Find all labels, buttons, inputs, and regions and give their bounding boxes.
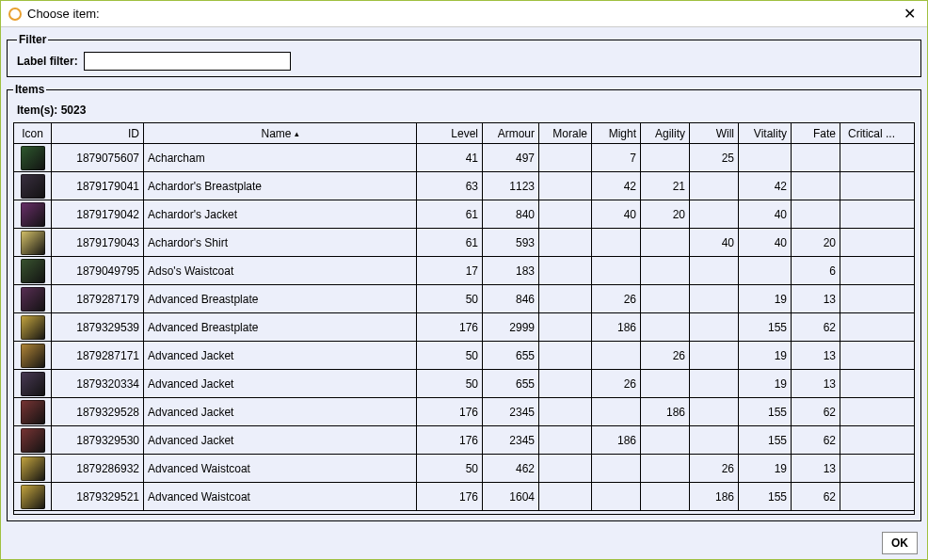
cell-might: 40: [592, 200, 641, 228]
window-title: Choose item:: [27, 7, 900, 21]
table-row[interactable]: 1879179042Achardor's Jacket61840402040: [14, 200, 914, 229]
cell-fate: 13: [792, 370, 840, 397]
cell-icon: [14, 144, 52, 171]
col-might[interactable]: Might: [592, 123, 641, 143]
table-row[interactable]: 1879287179Advanced Breastplate5084626191…: [14, 285, 914, 313]
titlebar: Choose item: ✕: [1, 1, 927, 27]
cell-fate: 62: [792, 313, 840, 341]
close-icon[interactable]: ✕: [900, 5, 920, 23]
col-id[interactable]: ID: [52, 123, 144, 143]
cell-agility: [641, 257, 690, 284]
cell-name: Advanced Breastplate: [144, 313, 417, 341]
col-icon[interactable]: Icon: [14, 123, 52, 143]
table-row[interactable]: 1879329528Advanced Jacket176234518615562: [14, 398, 914, 426]
ok-button[interactable]: OK: [882, 532, 918, 554]
cell-critical: [840, 285, 899, 312]
item-icon: [21, 372, 45, 396]
cell-icon: [14, 483, 52, 510]
cell-level: 50: [417, 342, 483, 369]
items-legend: Items: [13, 83, 46, 96]
items-table: Icon ID Name ▴ Level Armour Morale Might…: [13, 122, 915, 515]
footer: OK: [1, 527, 927, 559]
cell-level: 61: [417, 200, 483, 228]
table-row[interactable]: 1879179041Achardor's Breastplate63112342…: [14, 172, 914, 200]
cell-vitality: 42: [739, 172, 792, 200]
cell-fate: [792, 200, 840, 228]
cell-morale: [539, 229, 592, 256]
cell-might: [592, 342, 641, 369]
label-filter-input[interactable]: [84, 52, 291, 71]
cell-might: [592, 398, 641, 425]
cell-agility: [641, 426, 690, 454]
cell-level: 176: [417, 426, 483, 454]
item-icon: [21, 146, 45, 170]
cell-agility: 21: [641, 172, 690, 200]
table-row[interactable]: 1879287171Advanced Jacket50655261913: [14, 342, 914, 370]
cell-will: [690, 313, 739, 341]
cell-vitality: 19: [739, 342, 792, 369]
table-row[interactable]: 1879179043Achardor's Shirt61593404020: [14, 229, 914, 257]
cell-id: 1879075607: [52, 144, 144, 171]
cell-armour: 655: [483, 342, 539, 369]
cell-name: Advanced Waistcoat: [144, 455, 417, 482]
table-row[interactable]: 1879075607Acharcham41497725: [14, 144, 914, 172]
cell-fate: 13: [792, 455, 840, 482]
cell-level: 50: [417, 370, 483, 397]
cell-will: [690, 200, 739, 228]
cell-critical: [840, 342, 899, 369]
table-row[interactable]: 1879286932Advanced Waistcoat50462261913: [14, 455, 914, 483]
col-armour[interactable]: Armour: [483, 123, 539, 143]
cell-icon: [14, 426, 52, 454]
cell-might: [592, 483, 641, 510]
cell-agility: [641, 313, 690, 341]
item-icon: [21, 202, 45, 227]
cell-level: 63: [417, 172, 483, 200]
cell-morale: [539, 200, 592, 228]
col-morale[interactable]: Morale: [539, 123, 592, 143]
col-name-label: Name: [261, 127, 291, 140]
cell-vitality: 19: [739, 285, 792, 312]
item-icon: [21, 287, 45, 312]
cell-critical: [840, 370, 899, 397]
col-critical[interactable]: Critical ...: [840, 123, 899, 143]
cell-vitality: 155: [739, 426, 792, 454]
content-area: Filter Label filter: Items Item(s): 5023…: [1, 27, 927, 527]
cell-fate: [792, 172, 840, 200]
col-will[interactable]: Will: [690, 123, 739, 143]
cell-critical: [840, 398, 899, 425]
cell-might: [592, 229, 641, 256]
cell-armour: 1123: [483, 172, 539, 200]
col-agility[interactable]: Agility: [641, 123, 690, 143]
col-name[interactable]: Name ▴: [144, 123, 417, 143]
cell-agility: 186: [641, 398, 690, 425]
col-level[interactable]: Level: [417, 123, 483, 143]
cell-agility: [641, 370, 690, 397]
cell-armour: 1604: [483, 483, 539, 510]
cell-morale: [539, 342, 592, 369]
cell-might: 26: [592, 370, 641, 397]
table-row[interactable]: 1879049795Adso's Waistcoat171836: [14, 257, 914, 285]
item-icon: [21, 231, 45, 255]
table-row[interactable]: 1879329530Advanced Jacket176234518615562: [14, 426, 914, 455]
table-body[interactable]: 1879075607Acharcham414977251879179041Ach…: [14, 144, 914, 514]
table-row[interactable]: 1879329521Advanced Waistcoat176160418615…: [14, 483, 914, 511]
cell-icon: [14, 370, 52, 397]
cell-might: 42: [592, 172, 641, 200]
cell-armour: 497: [483, 144, 539, 171]
cell-name: Advanced Waistcoat: [144, 483, 417, 510]
col-vitality[interactable]: Vitality: [739, 123, 792, 143]
cell-level: 61: [417, 229, 483, 256]
cell-morale: [539, 483, 592, 510]
cell-agility: [641, 285, 690, 312]
cell-vitality: 155: [739, 483, 792, 510]
cell-icon: [14, 200, 52, 228]
table-row[interactable]: 1879320334Advanced Jacket50655261913: [14, 370, 914, 398]
cell-will: [690, 426, 739, 454]
cell-armour: 2345: [483, 398, 539, 425]
col-fate[interactable]: Fate: [792, 123, 840, 143]
table-row[interactable]: 1879329539Advanced Breastplate1762999186…: [14, 313, 914, 342]
table-header: Icon ID Name ▴ Level Armour Morale Might…: [14, 123, 914, 144]
cell-morale: [539, 285, 592, 312]
item-icon: [21, 174, 45, 199]
cell-name: Advanced Jacket: [144, 426, 417, 454]
